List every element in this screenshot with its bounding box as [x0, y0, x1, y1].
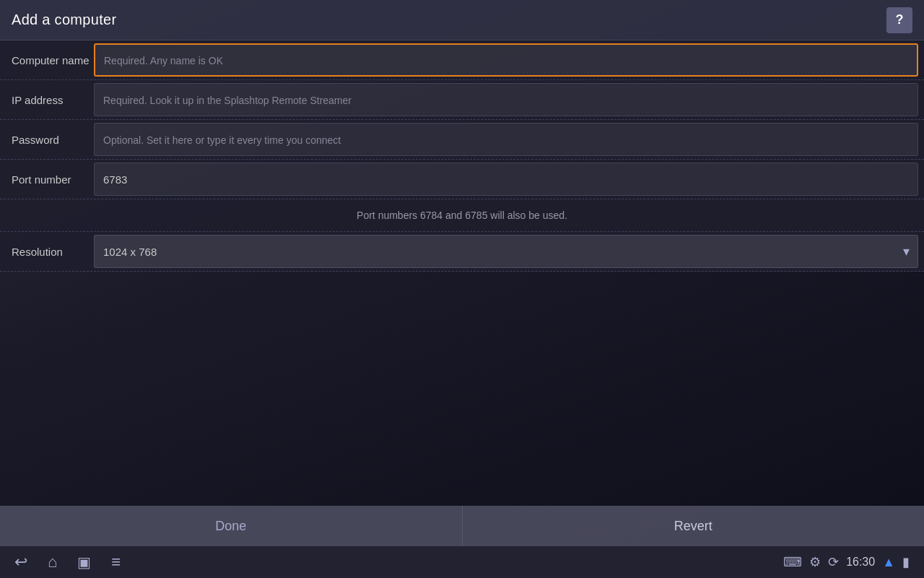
password-row: Password	[0, 120, 924, 160]
menu-icon[interactable]: ≡	[111, 553, 121, 571]
header: Add a computer ?	[0, 0, 924, 40]
keyboard-icon[interactable]: ⌨	[783, 554, 802, 570]
recents-icon[interactable]: ▣	[77, 553, 91, 571]
resolution-row: Resolution 1024 x 768 1280 x 720 1280 x …	[0, 232, 924, 272]
port-number-label: Port number	[0, 173, 94, 186]
nav-left-group: ↩ ⌂ ▣ ≡	[14, 553, 121, 571]
battery-icon: ▮	[902, 554, 910, 570]
resolution-select[interactable]: 1024 x 768 1280 x 720 924 x 578 1920 x …	[94, 235, 918, 268]
ip-address-label: IP address	[0, 94, 94, 106]
resolution-select-wrapper: 1024 x 768 1280 x 720 924 x 578 1920 x …	[94, 235, 918, 268]
computer-name-input[interactable]	[94, 43, 918, 77]
computer-name-row: Computer name	[0, 40, 924, 80]
home-icon[interactable]: ⌂	[48, 553, 57, 571]
resolution-label: Resolution	[0, 246, 94, 258]
back-icon[interactable]: ↩	[14, 553, 27, 571]
password-label: Password	[0, 134, 94, 146]
navigation-bar: ↩ ⌂ ▣ ≡ ⌨ ⚙ ⟳ 16:30 ▲ ▮	[0, 546, 924, 578]
bottom-buttons: Done Revert	[0, 506, 924, 546]
port-number-input[interactable]	[94, 163, 918, 196]
done-button[interactable]: Done	[0, 506, 463, 546]
form-area: Computer name IP address Password Port n…	[0, 40, 924, 272]
password-input[interactable]	[94, 123, 918, 156]
system-time: 16:30	[846, 556, 875, 569]
settings-icon[interactable]: ⚙	[809, 554, 821, 570]
port-note: Port numbers 6784 and 6785 will also be …	[0, 199, 924, 232]
wifi-icon: ▲	[882, 555, 895, 570]
rotate-icon[interactable]: ⟳	[828, 554, 839, 570]
computer-name-label: Computer name	[0, 54, 94, 66]
help-button[interactable]: ?	[886, 7, 912, 33]
main-container: Add a computer ? Computer name IP addres…	[0, 0, 924, 520]
revert-button[interactable]: Revert	[463, 506, 925, 546]
ip-address-row: IP address	[0, 80, 924, 120]
nav-right-group: ⌨ ⚙ ⟳ 16:30 ▲ ▮	[783, 554, 910, 570]
ip-address-input[interactable]	[94, 83, 918, 116]
page-title: Add a computer	[12, 12, 116, 28]
port-number-row: Port number	[0, 160, 924, 199]
